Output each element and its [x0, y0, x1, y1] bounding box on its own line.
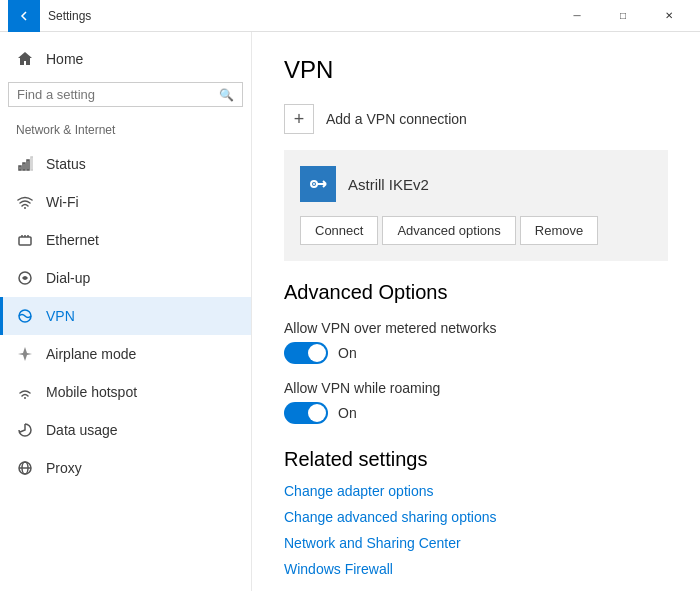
- sidebar-item-ethernet[interactable]: Ethernet: [0, 221, 251, 259]
- sidebar-ethernet-label: Ethernet: [46, 232, 99, 248]
- back-button[interactable]: [8, 0, 40, 32]
- svg-point-13: [313, 183, 315, 185]
- airplane-icon: [16, 345, 34, 363]
- sidebar-item-airplane[interactable]: Airplane mode: [0, 335, 251, 373]
- page-title: VPN: [284, 56, 668, 84]
- sidebar-datausage-label: Data usage: [46, 422, 118, 438]
- connect-button[interactable]: Connect: [300, 216, 378, 245]
- change-adapter-options-link[interactable]: Change adapter options: [284, 483, 668, 499]
- close-button[interactable]: ✕: [646, 0, 692, 32]
- maximize-button[interactable]: □: [600, 0, 646, 32]
- remove-button[interactable]: Remove: [520, 216, 598, 245]
- advanced-options-title: Advanced Options: [284, 281, 668, 304]
- sidebar-home-label: Home: [46, 51, 83, 67]
- home-icon: [16, 50, 34, 68]
- sidebar-hotspot-label: Mobile hotspot: [46, 384, 137, 400]
- vpn-connection-header: Astrill IKEv2: [300, 166, 652, 202]
- main-panel: VPN + Add a VPN connection: [252, 32, 700, 591]
- sidebar-status-label: Status: [46, 156, 86, 172]
- sidebar-item-hotspot[interactable]: Mobile hotspot: [0, 373, 251, 411]
- hotspot-icon: [16, 383, 34, 401]
- toggle-metered[interactable]: [284, 342, 328, 364]
- related-settings-title: Related settings: [284, 448, 668, 471]
- windows-firewall-link[interactable]: Windows Firewall: [284, 561, 668, 577]
- svg-rect-1: [23, 163, 25, 170]
- search-input[interactable]: [17, 87, 219, 102]
- toggle-row-2: On: [284, 402, 668, 424]
- vpn-connection-card: Astrill IKEv2 Connect Advanced options R…: [284, 150, 668, 261]
- wifi-icon: [16, 193, 34, 211]
- sidebar-item-vpn[interactable]: VPN: [0, 297, 251, 335]
- sidebar-wifi-label: Wi-Fi: [46, 194, 79, 210]
- option-roaming-label: Allow VPN while roaming: [284, 380, 668, 396]
- toggle-row-1: On: [284, 342, 668, 364]
- vpn-action-buttons: Connect Advanced options Remove: [300, 216, 652, 245]
- add-vpn-row[interactable]: + Add a VPN connection: [284, 104, 668, 134]
- settings-window: Settings ─ □ ✕ Home 🔍 Netw: [0, 0, 700, 591]
- titlebar: Settings ─ □ ✕: [0, 0, 700, 32]
- svg-rect-3: [31, 157, 33, 170]
- toggle-roaming-label: On: [338, 405, 357, 421]
- sidebar-item-home[interactable]: Home: [0, 40, 251, 78]
- ethernet-icon: [16, 231, 34, 249]
- search-icon: 🔍: [219, 88, 234, 102]
- proxy-icon: [16, 459, 34, 477]
- vpn-connection-name: Astrill IKEv2: [348, 176, 429, 193]
- add-vpn-icon: +: [284, 104, 314, 134]
- svg-point-8: [24, 397, 26, 399]
- minimize-button[interactable]: ─: [554, 0, 600, 32]
- sidebar-proxy-label: Proxy: [46, 460, 82, 476]
- svg-rect-5: [19, 237, 31, 245]
- status-icon: [16, 155, 34, 173]
- toggle-metered-label: On: [338, 345, 357, 361]
- sidebar-item-dialup[interactable]: Dial-up: [0, 259, 251, 297]
- sidebar-vpn-label: VPN: [46, 308, 75, 324]
- toggle-roaming[interactable]: [284, 402, 328, 424]
- window-title: Settings: [48, 9, 554, 23]
- vpn-logo: [300, 166, 336, 202]
- sidebar-dialup-label: Dial-up: [46, 270, 90, 286]
- search-box[interactable]: 🔍: [8, 82, 243, 107]
- vpn-icon: [16, 307, 34, 325]
- main-content: Home 🔍 Network & Internet Status: [0, 32, 700, 591]
- sidebar-item-datausage[interactable]: Data usage: [0, 411, 251, 449]
- sidebar-item-proxy[interactable]: Proxy: [0, 449, 251, 487]
- datausage-icon: [16, 421, 34, 439]
- sidebar-item-wifi[interactable]: Wi-Fi: [0, 183, 251, 221]
- advanced-options-button[interactable]: Advanced options: [382, 216, 515, 245]
- window-controls: ─ □ ✕: [554, 0, 692, 32]
- sidebar: Home 🔍 Network & Internet Status: [0, 32, 252, 591]
- svg-rect-2: [27, 160, 29, 170]
- add-vpn-label: Add a VPN connection: [326, 111, 467, 127]
- option-metered-networks: Allow VPN over metered networks On: [284, 320, 668, 364]
- dialup-icon: [16, 269, 34, 287]
- option-metered-label: Allow VPN over metered networks: [284, 320, 668, 336]
- sidebar-item-status[interactable]: Status: [0, 145, 251, 183]
- svg-rect-0: [19, 166, 21, 170]
- sidebar-section-label: Network & Internet: [0, 119, 251, 145]
- change-advanced-sharing-link[interactable]: Change advanced sharing options: [284, 509, 668, 525]
- network-sharing-center-link[interactable]: Network and Sharing Center: [284, 535, 668, 551]
- option-roaming: Allow VPN while roaming On: [284, 380, 668, 424]
- sidebar-airplane-label: Airplane mode: [46, 346, 136, 362]
- svg-point-4: [24, 207, 26, 209]
